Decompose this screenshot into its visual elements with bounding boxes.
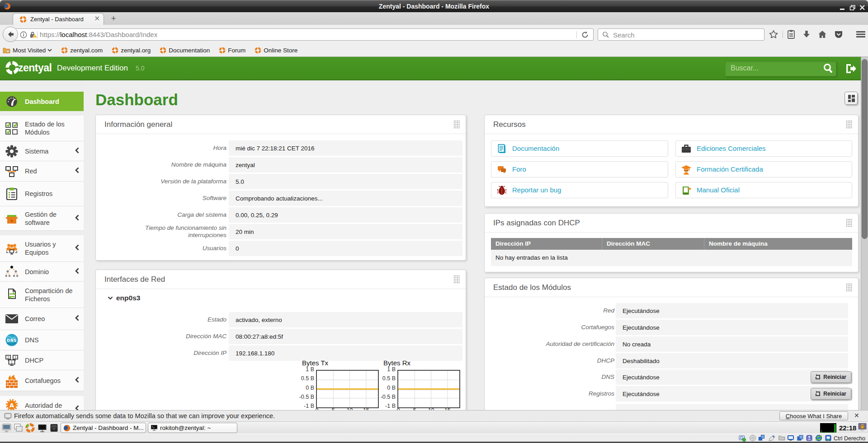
drag-handle-icon[interactable] bbox=[846, 283, 852, 292]
drag-handle-icon[interactable] bbox=[846, 219, 852, 227]
display-settings-icon[interactable] bbox=[1, 423, 12, 433]
bookmark-online-store[interactable]: Online Store bbox=[255, 47, 297, 54]
firefox-icon bbox=[63, 424, 71, 432]
pocket-icon[interactable] bbox=[834, 29, 844, 41]
choose-what-i-share-button[interactable]: Choose What I Share bbox=[779, 411, 848, 420]
taskbar-window-firefox[interactable]: Zentyal - Dashboard - M... bbox=[61, 423, 146, 433]
chevron-left-icon bbox=[75, 167, 79, 175]
vbox-cd-icon bbox=[749, 434, 756, 442]
zentyal-favicon bbox=[219, 47, 226, 54]
display-icon[interactable] bbox=[37, 423, 47, 433]
back-button[interactable] bbox=[3, 27, 18, 42]
new-tab-button[interactable]: + bbox=[108, 14, 118, 23]
bookmark-zentyal-org[interactable]: zentyal.org bbox=[112, 47, 151, 54]
svg-text:3: 3 bbox=[14, 355, 16, 359]
link-formacion-certificada[interactable]: Formación Certificada bbox=[675, 161, 852, 177]
browser-search-box[interactable]: Search bbox=[598, 28, 764, 41]
sidebar-item-registros[interactable]: Registros bbox=[0, 182, 84, 206]
column-header: Dirección IP bbox=[491, 238, 602, 250]
panel-ips-dhcp: IPs asignadas con DHCP Dirección IP Dire… bbox=[484, 213, 859, 272]
sidebar-item-correo[interactable]: Correo bbox=[0, 308, 84, 330]
restart-button[interactable]: Reiniciar bbox=[811, 371, 851, 383]
sidebar-item-gestion-software[interactable]: Gestión de software bbox=[0, 206, 84, 231]
sidebar-item-cortafuegos[interactable]: Cortafuegos bbox=[0, 370, 84, 391]
module-row: DNS Ejecutándose Reiniciar bbox=[485, 369, 858, 385]
chevron-left-icon bbox=[75, 244, 79, 252]
link-documentacion[interactable]: Documentación bbox=[491, 140, 668, 157]
ssl-warning-lock-icon[interactable] bbox=[29, 31, 38, 40]
chevron-left-icon bbox=[75, 268, 79, 276]
bookmark-star-icon[interactable] bbox=[769, 29, 778, 41]
bookmark-most-visited[interactable]: Most Visited bbox=[3, 47, 52, 54]
reload-icon[interactable] bbox=[581, 31, 589, 41]
window-close-button[interactable] bbox=[859, 4, 865, 9]
sidebar-item-estado-modulos[interactable]: Estado de los Módulos bbox=[0, 116, 84, 141]
module-row: Registros Ejecutándose Reiniciar bbox=[485, 386, 858, 401]
page-info-icon[interactable] bbox=[20, 31, 27, 40]
page-scrollbar[interactable] bbox=[861, 57, 868, 410]
notification-text: Firefox automatically sends some data to… bbox=[14, 412, 275, 420]
bookmark-forum[interactable]: Forum bbox=[219, 47, 245, 54]
sidebar-item-red[interactable]: Red bbox=[0, 161, 84, 182]
sidebar-item-dominio[interactable]: Dominio bbox=[0, 262, 84, 282]
zentyal-search-input[interactable]: Buscar... bbox=[725, 61, 836, 76]
url-bar[interactable]: https://localhost:8443/Dashboard/Index bbox=[11, 28, 594, 41]
browser-tab[interactable]: Zentyal - Dashboard ✕ bbox=[13, 13, 104, 25]
svg-text:A: A bbox=[9, 402, 14, 409]
column-header: Dirección MAC bbox=[602, 238, 704, 250]
vbox-tablet-icon bbox=[768, 434, 775, 442]
restart-button[interactable]: Reiniciar bbox=[811, 388, 851, 400]
logout-icon[interactable] bbox=[845, 63, 857, 76]
certificate-authority-icon: A bbox=[5, 399, 19, 410]
panel-header: Estado de los Módulos bbox=[485, 278, 858, 297]
bookmark-documentation[interactable]: Documentation bbox=[160, 47, 210, 54]
file-drawer-icon[interactable] bbox=[49, 423, 59, 433]
link-ediciones-comerciales[interactable]: Ediciones Comerciales bbox=[675, 140, 852, 157]
zentyal-launcher-icon[interactable] bbox=[25, 423, 35, 433]
link-foro[interactable]: Foro bbox=[491, 161, 668, 177]
notification-close-icon[interactable]: ✕ bbox=[854, 412, 859, 419]
sidebar-item-dhcp[interactable]: 2 3 1 DHCP bbox=[0, 350, 84, 370]
link-reportar-bug[interactable]: Reportar un bug bbox=[491, 182, 668, 198]
window-minimize-button[interactable] bbox=[839, 4, 845, 9]
info-row: Hora mié dic 7 22:18:21 CET 2016 bbox=[96, 140, 466, 156]
home-icon[interactable] bbox=[817, 29, 827, 41]
sidebar-item-autoridad-certificacion[interactable]: A Autoridad de certificación bbox=[0, 396, 84, 410]
sidebar-item-sistema[interactable]: Sistema bbox=[0, 141, 84, 161]
downloads-icon[interactable] bbox=[802, 29, 811, 41]
drag-handle-icon[interactable] bbox=[453, 120, 460, 129]
documentation-icon bbox=[496, 144, 507, 154]
taskbar-window-terminal[interactable]: rokitoh@zentyal: ~ bbox=[148, 423, 237, 433]
vbox-display-icon bbox=[787, 434, 794, 442]
configure-widgets-button[interactable] bbox=[844, 92, 858, 105]
chart-y-tick: -0.5 B bbox=[380, 394, 396, 400]
interface-toggle[interactable]: enp0s3 bbox=[108, 294, 140, 302]
module-row: Red Ejecutándose bbox=[485, 303, 858, 318]
vbox-host-key-label: Ctrl Derecho bbox=[834, 435, 865, 442]
bookmark-zentyal-com[interactable]: zentyal.com bbox=[61, 47, 103, 54]
screen-lock-icon[interactable] bbox=[858, 423, 867, 434]
zentyal-favicon bbox=[19, 16, 27, 25]
window-restore-button[interactable] bbox=[849, 4, 856, 9]
scrollbar-thumb[interactable] bbox=[862, 59, 868, 239]
vbox-autoresize-icon bbox=[825, 434, 832, 442]
sidebar-item-dashboard[interactable]: Dashboard bbox=[0, 92, 84, 111]
sidebar-item-dns[interactable]: DNS DNS bbox=[0, 330, 84, 350]
chart-y-tick: 0.5 B bbox=[380, 375, 396, 382]
bookmarks-menu-icon[interactable] bbox=[786, 29, 796, 41]
taskbar-clock: 22:18 bbox=[839, 424, 856, 432]
file-sharing-icon bbox=[5, 288, 19, 302]
drag-handle-icon[interactable] bbox=[453, 275, 460, 284]
zentyal-search-icon[interactable] bbox=[822, 63, 834, 76]
sidebar-item-usuarios-equipos[interactable]: Usuarios y Equipos bbox=[0, 235, 84, 262]
link-manual-oficial[interactable]: Manual Oficial bbox=[675, 182, 852, 198]
menu-hamburger-icon[interactable] bbox=[855, 29, 866, 41]
workspace-switcher-icon[interactable] bbox=[13, 423, 24, 433]
sidebar-item-comparticion-ficheros[interactable]: Compartición de Ficheros bbox=[0, 282, 84, 308]
drag-handle-icon[interactable] bbox=[846, 120, 852, 129]
panel-title: Estado de los Módulos bbox=[493, 283, 571, 292]
panel-title: Información general bbox=[104, 120, 172, 129]
chevron-left-icon bbox=[75, 147, 79, 155]
restart-icon bbox=[815, 391, 821, 397]
tab-close-icon[interactable]: ✕ bbox=[94, 14, 100, 23]
